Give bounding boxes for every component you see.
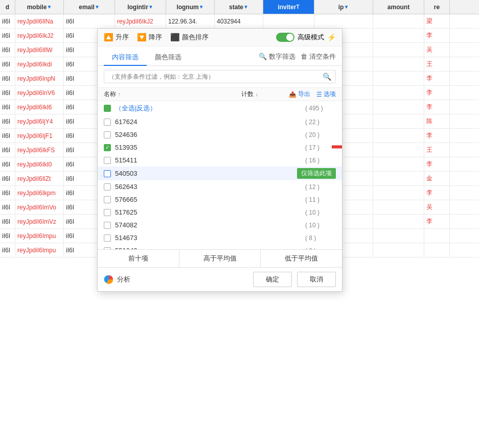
above-average-button[interactable]: 高于平均值 — [179, 250, 261, 267]
below-average-button[interactable]: 低于平均值 — [261, 250, 342, 267]
col-amount[interactable]: amount — [373, 0, 424, 14]
advanced-toggle[interactable]: 高级模式 ⚡ — [276, 33, 336, 42]
search-input[interactable] — [108, 73, 323, 80]
item-count-515411: ( 16 ) — [305, 157, 336, 164]
filter-actions-right: 🔍 数字筛选 🗑 清空条件 — [259, 52, 336, 63]
list-item-515411[interactable]: 515411 ( 16 ) — [98, 154, 342, 167]
checkbox-517625[interactable] — [104, 209, 111, 216]
item-name-562643: 562643 — [115, 183, 305, 191]
checkbox-select-all[interactable] — [104, 105, 111, 112]
item-name-select-all: （全选|反选） — [115, 104, 305, 113]
quick-filters: 前十项 高于平均值 低于平均值 — [98, 249, 342, 268]
item-count-562643: ( 12 ) — [305, 183, 336, 191]
col-email[interactable]: email ▼ — [64, 0, 115, 14]
checkbox-574082[interactable] — [104, 222, 111, 229]
export-button[interactable]: 📤 导出 — [289, 90, 310, 99]
checkbox-524636[interactable] — [104, 131, 111, 138]
trash-icon: 🗑 — [301, 53, 307, 60]
item-name-515411: 515411 — [115, 156, 305, 164]
item-name-617624: 617624 — [115, 118, 305, 126]
list-header-count: 计数 ↓ — [241, 90, 258, 99]
color-sort-button[interactable]: ⬛ 颜色排序 — [170, 33, 209, 42]
list-item-617624[interactable]: 617624 ( 22 ) — [98, 115, 342, 128]
checkbox-513935[interactable] — [104, 144, 111, 151]
list-item-select-all[interactable]: （全选|反选） ( 495 ) — [98, 101, 342, 115]
clear-label: 清空条件 — [309, 52, 336, 61]
filter-footer: 分析 确定 取消 — [98, 268, 342, 291]
cancel-button[interactable]: 取消 — [297, 272, 336, 287]
checkbox-515411[interactable] — [104, 157, 111, 164]
options-icon: ☰ — [316, 91, 322, 98]
item-count-574082: ( 10 ) — [305, 222, 336, 229]
count-sort-arrow[interactable]: ↓ — [256, 91, 259, 97]
list-item-513935[interactable]: 513935 ( 17 ) — [98, 141, 342, 154]
color-sort-label: 颜色排序 — [182, 33, 209, 42]
item-name-551942: 551942 — [115, 247, 305, 249]
list-header: 名称 ↑ 计数 ↓ 📤 导出 ☰ 选项 — [98, 88, 342, 101]
column-headers: d mobile ▼ email ▼ logintir ▼ lognum ▼ s… — [0, 0, 479, 14]
col-logintir[interactable]: logintir ▼ — [115, 0, 166, 14]
confirm-button[interactable]: 确定 — [253, 272, 292, 287]
number-filter-button[interactable]: 🔍 数字筛选 — [259, 52, 295, 61]
checkbox-617624[interactable] — [104, 119, 111, 126]
spreadsheet: d mobile ▼ email ▼ logintir ▼ lognum ▼ s… — [0, 0, 479, 448]
item-name-517625: 517625 — [115, 208, 305, 216]
advanced-label: 高级模式 — [298, 33, 324, 42]
list-item-524636[interactable]: 524636 ( 20 ) — [98, 128, 342, 141]
analysis-button[interactable]: 分析 — [104, 274, 130, 285]
desc-label: 降序 — [149, 33, 162, 42]
filter-tabs: 内容筛选 颜色筛选 🔍 数字筛选 🗑 清空条件 — [98, 46, 342, 66]
item-count-513935: ( 17 ) — [305, 144, 336, 151]
list-item-517625[interactable]: 517625 ( 10 ) — [98, 206, 342, 219]
col-state[interactable]: state ▼ — [215, 0, 263, 14]
item-count-524636: ( 20 ) — [305, 131, 336, 138]
item-name-524636: 524636 — [115, 131, 305, 138]
list-item-551942[interactable]: 551942 ( 8 ) — [98, 244, 342, 249]
item-name-576665: 576665 — [115, 196, 305, 203]
filter-toolbar: 🔼 升序 🔽 降序 ⬛ 颜色排序 高级模式 ⚡ — [98, 29, 342, 46]
checkbox-551942[interactable] — [104, 247, 111, 250]
filter-icon: 🔍 — [259, 53, 267, 60]
col-inviter[interactable]: inviter T — [263, 0, 314, 14]
list-item-576665[interactable]: 576665 ( 11 ) — [98, 193, 342, 206]
export-icon: 📤 — [289, 91, 296, 98]
footer-right: 确定 取消 — [253, 272, 336, 287]
asc-sort-button[interactable]: 🔼 升序 — [104, 33, 129, 42]
item-name-574082: 574082 — [115, 221, 305, 229]
name-sort-arrow[interactable]: ↑ — [118, 91, 121, 97]
col-ip[interactable]: ip ▼ — [314, 0, 373, 14]
filter-popup: 🔼 升序 🔽 降序 ⬛ 颜色排序 高级模式 ⚡ 内容筛选 颜色筛选 — [97, 28, 343, 292]
options-button[interactable]: ☰ 选项 — [316, 90, 336, 99]
clear-conditions-button[interactable]: 🗑 清空条件 — [301, 52, 336, 61]
pie-icon — [104, 274, 114, 285]
asc-label: 升序 — [116, 33, 129, 42]
checkbox-540503[interactable] — [104, 170, 111, 177]
col-mobile[interactable]: mobile ▼ — [15, 0, 64, 14]
list-item-562643[interactable]: 562643 ( 12 ) — [98, 180, 342, 193]
list-item-540503[interactable]: 540503 （ 13，2.6% ） （ 13，2.6% ） 仅筛选此项 — [98, 167, 342, 180]
color-icon: ⬛ — [170, 33, 180, 42]
item-count-551942: ( 8 ) — [305, 247, 336, 250]
checkbox-576665[interactable] — [104, 196, 111, 203]
table-row: iI6I reyJpdiI6IlNa iI6I reyJpdiI6IkJ2 12… — [0, 14, 479, 29]
col-re: re — [424, 0, 450, 14]
list-header-actions: 📤 导出 ☰ 选项 — [289, 90, 336, 99]
checkbox-514673[interactable] — [104, 234, 111, 242]
list-header-name: 名称 ↑ — [104, 90, 241, 99]
list-item-574082[interactable]: 574082 ( 10 ) — [98, 219, 342, 231]
item-count-576665: ( 11 ) — [305, 196, 336, 203]
col-d: d — [0, 0, 15, 14]
filter-list: （全选|反选） ( 495 ) 617624 ( 22 ) 524636 ( 2… — [98, 101, 342, 249]
tab-color-filter[interactable]: 颜色筛选 — [147, 50, 190, 66]
list-item-514673[interactable]: 514673 ( 8 ) — [98, 231, 342, 244]
col-lognum[interactable]: lognum ▼ — [166, 0, 215, 14]
top-ten-button[interactable]: 前十项 — [98, 250, 179, 267]
search-icon: 🔍 — [323, 73, 331, 81]
search-input-wrap: 🔍 — [104, 70, 336, 83]
checkbox-562643[interactable] — [104, 183, 111, 191]
analysis-label: 分析 — [117, 275, 130, 284]
only-filter-button[interactable]: 仅筛选此项 — [297, 168, 336, 179]
toggle-switch[interactable] — [276, 33, 294, 42]
desc-sort-button[interactable]: 🔽 降序 — [137, 33, 162, 42]
tab-content-filter[interactable]: 内容筛选 — [104, 50, 147, 66]
